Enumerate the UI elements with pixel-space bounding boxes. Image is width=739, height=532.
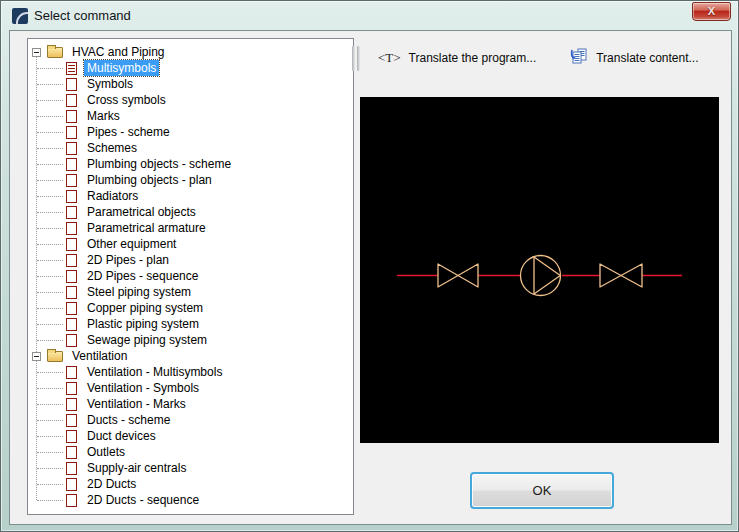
multisymbol-icon [66, 62, 77, 75]
folder-icon [47, 351, 63, 362]
tree-item-label: Pipes - scheme [84, 124, 173, 140]
item-box-icon [66, 494, 77, 507]
item-box-icon [66, 190, 77, 203]
item-box-icon [66, 254, 77, 267]
tree-item[interactable]: Radiators [28, 188, 353, 204]
tree-item-label: 2D Pipes - sequence [84, 268, 201, 284]
tree-root-item[interactable]: Ventilation [28, 348, 353, 364]
item-box-icon [66, 382, 77, 395]
item-box-icon [66, 318, 77, 331]
tree-item-label: Outlets [84, 444, 128, 460]
folder-icon [47, 47, 63, 58]
item-box-icon [66, 270, 77, 283]
item-box-icon [66, 238, 77, 251]
item-box-icon [66, 126, 77, 139]
tree-item[interactable]: Duct devices [28, 428, 353, 444]
tree-item-label: HVAC and Piping [70, 44, 167, 60]
preview-drawing [360, 97, 719, 443]
translate-content-icon [570, 48, 588, 68]
symbol-preview-canvas [360, 97, 719, 443]
tree: HVAC and PipingMultisymbolsSymbolsCross … [28, 39, 353, 508]
tree-item-label: 2D Ducts [84, 476, 139, 492]
toolbar-grip-icon[interactable] [352, 46, 360, 71]
tree-item[interactable]: Marks [28, 108, 353, 124]
tree-item[interactable]: 2D Ducts - sequence [28, 492, 353, 508]
item-box-icon [66, 478, 77, 491]
tree-item-label: 2D Pipes - plan [84, 252, 172, 268]
tree-item-label: Sewage piping system [84, 332, 210, 348]
tree-item-label: 2D Ducts - sequence [84, 492, 202, 508]
toolbar-button-label: Translate the program... [409, 51, 537, 65]
command-tree-panel[interactable]: HVAC and PipingMultisymbolsSymbolsCross … [27, 38, 354, 515]
toolbar-button-label: Translate content... [596, 51, 698, 65]
tree-item[interactable]: Ducts - scheme [28, 412, 353, 428]
tree-item[interactable]: Schemes [28, 140, 353, 156]
item-box-icon [66, 414, 77, 427]
tree-item[interactable]: Plumbing objects - plan [28, 172, 353, 188]
app-icon [12, 8, 28, 24]
tree-item-label: Steel piping system [84, 284, 194, 300]
window-title: Select command [34, 1, 131, 30]
dialog-window: Select command X HVAC and PipingMultisym… [0, 0, 739, 532]
tree-item-label: Symbols [84, 76, 136, 92]
tree-item[interactable]: Symbols [28, 76, 353, 92]
tree-item-label: Marks [84, 108, 123, 124]
tree-item-label: Duct devices [84, 428, 159, 444]
close-button[interactable]: X [692, 2, 731, 21]
item-box-icon [66, 398, 77, 411]
tree-item-label: Cross symbols [84, 92, 169, 108]
valve-left-symbol [438, 264, 478, 287]
tree-item-label: Parametrical armature [84, 220, 209, 236]
tree-item-label: Multisymbols [84, 60, 159, 76]
tree-item-label: Schemes [84, 140, 140, 156]
tree-item-label: Copper piping system [84, 300, 206, 316]
ok-button[interactable]: OK [470, 472, 614, 509]
tree-item-label: Plastic piping system [84, 316, 202, 332]
tree-item-label: Ventilation [70, 348, 129, 364]
tree-item[interactable]: Copper piping system [28, 300, 353, 316]
item-box-icon [66, 142, 77, 155]
tree-item[interactable]: Parametrical objects [28, 204, 353, 220]
expand-collapse-toggle[interactable] [32, 352, 41, 361]
translate-content-button[interactable]: Translate content... [564, 45, 704, 71]
dialog-client-area: HVAC and PipingMultisymbolsSymbolsCross … [9, 30, 732, 525]
item-box-icon [66, 174, 77, 187]
tree-item[interactable]: Ventilation - Symbols [28, 380, 353, 396]
item-box-icon [66, 302, 77, 315]
tree-item[interactable]: Sewage piping system [28, 332, 353, 348]
tree-item-label: Ventilation - Marks [84, 396, 189, 412]
translate-program-button[interactable]: <T>Translate the program... [372, 47, 542, 69]
expand-collapse-toggle[interactable] [32, 48, 41, 57]
tree-item[interactable]: Outlets [28, 444, 353, 460]
item-box-icon [66, 366, 77, 379]
tree-item[interactable]: Cross symbols [28, 92, 353, 108]
item-box-icon [66, 94, 77, 107]
tree-item-label: Other equipment [84, 236, 179, 252]
tree-item-label: Plumbing objects - plan [84, 172, 215, 188]
tree-item[interactable]: Other equipment [28, 236, 353, 252]
tree-item[interactable]: Ventilation - Marks [28, 396, 353, 412]
tree-item[interactable]: Parametrical armature [28, 220, 353, 236]
tree-item-label: Ducts - scheme [84, 412, 173, 428]
tree-item[interactable]: 2D Pipes - sequence [28, 268, 353, 284]
tree-item[interactable]: Plumbing objects - scheme [28, 156, 353, 172]
tree-item[interactable]: 2D Ducts [28, 476, 353, 492]
item-box-icon [66, 222, 77, 235]
title-bar: Select command X [1, 1, 738, 30]
tree-item-label: Plumbing objects - scheme [84, 156, 234, 172]
tree-item[interactable]: Supply-air centrals [28, 460, 353, 476]
tree-item[interactable]: Multisymbols [28, 60, 353, 76]
item-box-icon [66, 430, 77, 443]
tree-item[interactable]: Plastic piping system [28, 316, 353, 332]
tree-item[interactable]: Steel piping system [28, 284, 353, 300]
tree-item-label: Parametrical objects [84, 204, 199, 220]
tree-root-item[interactable]: HVAC and Piping [28, 44, 353, 60]
item-box-icon [66, 446, 77, 459]
item-box-icon [66, 78, 77, 91]
tree-item-label: Supply-air centrals [84, 460, 189, 476]
item-box-icon [66, 158, 77, 171]
tree-item[interactable]: Ventilation - Multisymbols [28, 364, 353, 380]
tree-item[interactable]: Pipes - scheme [28, 124, 353, 140]
tree-item[interactable]: 2D Pipes - plan [28, 252, 353, 268]
tree-item-label: Ventilation - Multisymbols [84, 364, 225, 380]
